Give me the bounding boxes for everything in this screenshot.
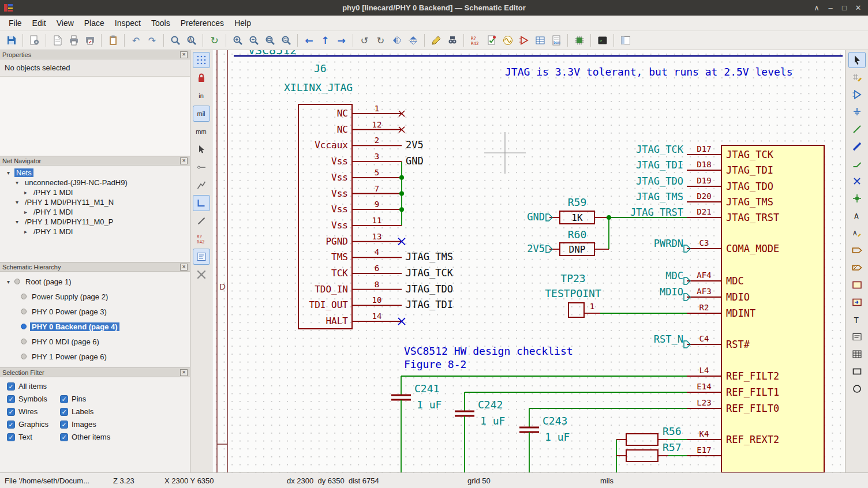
checkbox-icon[interactable]: ✓ (60, 408, 68, 416)
j6-pin[interactable]: TCK 6 JTAG_TCK (331, 264, 454, 279)
net-label[interactable]: PWRDN (654, 238, 683, 249)
add-bus-tool[interactable] (848, 138, 866, 155)
scripting-console-button[interactable]: >_ (594, 33, 610, 48)
import-sheet-pin-tool[interactable] (848, 294, 866, 310)
show-hidden-pins-button[interactable] (193, 159, 210, 175)
units-mm-button[interactable]: mm (193, 123, 210, 140)
checkbox-icon[interactable]: ✓ (7, 395, 15, 403)
j6-pin[interactable]: Vss 7 (331, 184, 404, 199)
hierarchy-row[interactable]: PHY 0 Backend (page 4) (3, 319, 190, 334)
j6-pin[interactable]: TDI_OUT 10 JTAG_TDI (309, 295, 453, 310)
rotate-ccw-button[interactable]: ↺ (357, 33, 372, 48)
hierarchy-row[interactable]: ▾ Root (page 1) (3, 274, 190, 289)
capacitor[interactable]: C242 1 uF (455, 392, 505, 472)
net-tree-row[interactable]: ▸ /PHY 1 MDI (3, 187, 190, 197)
filter-checkbox-item[interactable]: ✓ Symbols (7, 395, 60, 403)
capacitor[interactable]: C241 1 uF (391, 376, 442, 472)
net-label[interactable]: JTAG_TCK (406, 267, 454, 279)
menu-item[interactable]: Tools (146, 16, 175, 30)
net-label[interactable]: RST_N (654, 333, 683, 345)
cap-reference[interactable]: C242 (478, 399, 503, 411)
add-wire-tool[interactable] (848, 121, 866, 137)
checkbox-icon[interactable]: ✓ (60, 433, 68, 441)
hierarchy-row[interactable]: Power Supply (page 2) (3, 289, 190, 304)
bom-button[interactable]: bom (548, 33, 564, 48)
annotate-button[interactable]: R?R42 (467, 33, 483, 48)
undo-button[interactable]: ↶ (128, 33, 144, 48)
net-label[interactable]: JTAG_TDI (406, 299, 453, 310)
nav-up-button[interactable]: ↑ (317, 33, 333, 48)
grid-override-lock-button[interactable] (193, 70, 210, 86)
cursor-style-button[interactable] (193, 141, 210, 157)
junction-dot[interactable] (399, 207, 404, 212)
maximize-button[interactable]: □ (838, 1, 851, 15)
chevron-right-icon[interactable]: ▸ (24, 228, 32, 235)
filter-checkbox-item[interactable]: ✓ Graphics (7, 420, 60, 429)
assign-footprints-button[interactable] (571, 33, 587, 48)
j6-body[interactable] (298, 104, 352, 329)
menu-item[interactable]: Help (229, 16, 256, 30)
chevron-down-icon[interactable]: ▾ (7, 279, 14, 285)
net-navigator-toggle-button[interactable] (193, 249, 210, 265)
search-symbols-button[interactable] (444, 33, 460, 48)
checkbox-icon[interactable]: ✓ (60, 395, 68, 403)
close-icon[interactable]: ✕ (180, 51, 188, 58)
net-tree-row[interactable]: ▸ /PHY 1 MDI (3, 227, 190, 237)
j6-pin[interactable]: Vss 3 GND (331, 152, 424, 167)
filter-checkbox-item[interactable]: ✓ Other items (60, 433, 186, 441)
chevron-down-icon[interactable]: ▾ (16, 179, 23, 186)
schematic-setup-button[interactable] (27, 33, 42, 48)
hierarchy-row[interactable]: PHY 0 Power (page 3) (3, 304, 190, 319)
hierarchy-row[interactable]: PHY 1 Backend (page 7) (3, 364, 190, 367)
j6-value[interactable]: XILINX_JTAG (284, 81, 353, 93)
nav-forward-button[interactable]: → (334, 33, 349, 48)
paste-button[interactable] (105, 33, 121, 48)
j6-pin[interactable]: Vccaux 2 2V5 (315, 136, 424, 151)
junction-dot[interactable] (399, 175, 404, 180)
units-mil-button[interactable]: mil (193, 106, 210, 122)
checklist-note-line1[interactable]: VSC8512 HW design checklist (404, 345, 573, 357)
net-label[interactable]: JTAG_TCK (636, 144, 684, 155)
diagonal-mode-button[interactable] (193, 213, 210, 229)
cap-reference[interactable]: C241 (414, 382, 439, 395)
tp23-value[interactable]: TESTPOINT (545, 287, 601, 299)
r60-value[interactable]: DNP (569, 244, 586, 255)
net-tree-row[interactable]: ▾ unconnected-(J9H-NC-PadH9) (3, 178, 190, 187)
net-tree-row[interactable]: ▾ Nets (3, 168, 190, 178)
j6-connector[interactable]: J6 XILINX_JTAG NC 1 (284, 62, 454, 329)
filter-checkbox-item[interactable]: ✓ Text (7, 433, 60, 441)
filter-checkbox-item[interactable]: ✓ Wires (7, 407, 60, 416)
mirror-h-button[interactable] (389, 33, 405, 48)
net-label[interactable]: MDC (665, 270, 683, 281)
tp23-reference[interactable]: TP23 (560, 272, 585, 284)
minimize-button[interactable]: – (824, 1, 837, 15)
checkbox-icon[interactable]: ✓ (7, 421, 15, 429)
j6-pin[interactable]: Vss 9 (331, 200, 404, 215)
close-icon[interactable]: ✕ (180, 369, 188, 376)
free-angle-mode-button[interactable] (193, 177, 210, 193)
find-replace-button[interactable]: A (184, 33, 199, 48)
j6-pin[interactable]: TMS 4 JTAG_TMS (331, 247, 453, 262)
circle-tool[interactable] (848, 381, 866, 397)
resistor-body[interactable] (626, 450, 658, 461)
zoom-in-button[interactable] (230, 33, 245, 48)
sim-probe-button[interactable] (516, 33, 532, 48)
capacitor[interactable]: C243 1 uF (519, 408, 570, 472)
hierarchical-sheet-tool[interactable] (848, 277, 866, 293)
resistor-body[interactable] (626, 434, 658, 445)
jtag-note-text[interactable]: JTAG is 3.3V tolerant, but runs at 2.5V … (505, 66, 793, 78)
net-label[interactable]: JTAG_TDO (636, 175, 683, 187)
hierarchy-navigator-button[interactable] (618, 33, 633, 48)
net-tree-row[interactable]: ▸ /PHY 1 MDI (3, 207, 190, 217)
menu-item[interactable]: Preferences (175, 16, 229, 30)
net-label-tool[interactable]: A (848, 208, 866, 224)
j6-pin[interactable]: TDO_IN 8 JTAG_TDO (315, 280, 453, 295)
mirror-v-button[interactable] (405, 33, 421, 48)
shade-button[interactable]: ∧ (810, 1, 823, 15)
close-icon[interactable]: ✕ (180, 264, 188, 271)
chevron-down-icon[interactable]: ▾ (7, 170, 14, 176)
ortho-mode-button[interactable] (193, 195, 210, 211)
zoom-out-button[interactable] (246, 33, 261, 48)
r60-reference[interactable]: R60 (568, 228, 587, 241)
chevron-down-icon[interactable]: ▾ (16, 199, 23, 205)
